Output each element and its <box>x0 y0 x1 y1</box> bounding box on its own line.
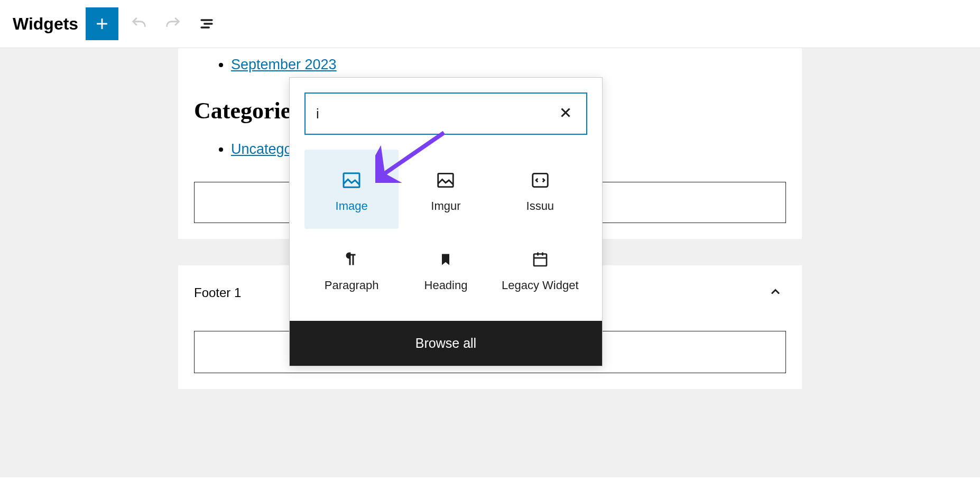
redo-button[interactable] <box>160 11 186 37</box>
footer-panel-title: Footer 1 <box>194 285 241 300</box>
archive-link[interactable]: September 2023 <box>231 57 337 72</box>
block-imgur[interactable]: Imgur <box>399 150 493 229</box>
block-heading[interactable]: Heading <box>399 229 493 308</box>
legacy-widget-icon <box>531 245 550 274</box>
block-inserter-popup: Image Imgur Issuu Paragraph <box>289 77 603 366</box>
list-item: September 2023 <box>231 53 786 76</box>
svg-rect-9 <box>344 173 359 188</box>
block-legacy-widget[interactable]: Legacy Widget <box>493 229 587 308</box>
editor-header: Widgets <box>0 0 980 48</box>
svg-rect-10 <box>438 173 454 187</box>
block-label: Heading <box>424 279 468 292</box>
clear-search-button[interactable] <box>556 103 576 125</box>
list-icon <box>198 15 216 33</box>
block-image[interactable]: Image <box>304 150 399 229</box>
search-container <box>290 78 602 150</box>
heading-icon <box>438 245 453 274</box>
image-icon <box>341 165 362 195</box>
add-block-button[interactable] <box>86 7 118 40</box>
content-area: September 2023 Categories Uncategorized … <box>0 48 980 477</box>
block-label: Legacy Widget <box>502 279 579 292</box>
redo-icon <box>164 15 182 33</box>
undo-icon <box>130 15 148 33</box>
document-overview-button[interactable] <box>193 11 220 37</box>
paragraph-icon <box>342 245 361 274</box>
issuu-icon <box>530 165 550 195</box>
page-title: Widgets <box>13 14 78 34</box>
collapse-button[interactable] <box>765 281 786 304</box>
chevron-up-icon <box>768 284 783 299</box>
blocks-grid: Image Imgur Issuu Paragraph <box>290 150 602 321</box>
browse-all-button[interactable]: Browse all <box>290 321 602 366</box>
search-input[interactable] <box>316 106 556 122</box>
search-box <box>304 92 587 135</box>
plus-icon <box>93 15 111 33</box>
svg-rect-11 <box>533 173 548 187</box>
block-label: Image <box>336 199 368 213</box>
block-issuu[interactable]: Issuu <box>493 150 587 229</box>
block-label: Imgur <box>431 199 460 213</box>
block-label: Paragraph <box>325 279 379 292</box>
block-label: Issuu <box>526 199 554 213</box>
undo-button[interactable] <box>126 11 152 37</box>
imgur-icon <box>436 165 456 195</box>
close-icon <box>558 105 574 121</box>
svg-rect-12 <box>534 254 547 266</box>
block-paragraph[interactable]: Paragraph <box>304 229 399 308</box>
